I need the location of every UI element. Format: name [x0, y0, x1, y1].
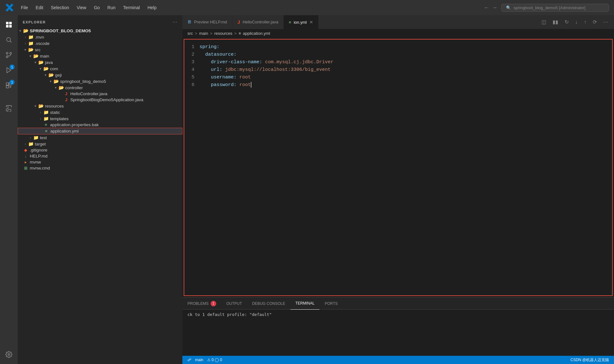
- panel-tab-terminal[interactable]: TERMINAL: [290, 298, 320, 310]
- menu-help[interactable]: Help: [144, 4, 160, 11]
- tree-label-target: target: [35, 142, 182, 146]
- tree-item-HELP_md[interactable]: ↓HELP.md: [18, 153, 182, 159]
- tab-more-icon[interactable]: ⋯: [601, 18, 610, 26]
- tree-item-src[interactable]: ▾📂src: [18, 46, 182, 53]
- panel-tab-problems[interactable]: PROBLEMS 1: [182, 298, 221, 310]
- breadcrumb: src > main > resources > ≡ application.y…: [182, 29, 614, 38]
- breadcrumb-main[interactable]: main: [199, 31, 208, 36]
- tab-down-icon[interactable]: ↓: [573, 19, 579, 26]
- tree-item-test[interactable]: ›📁test: [18, 134, 182, 141]
- code-line-1: 1spring:: [184, 43, 612, 51]
- tree-item-mvnw_cmd[interactable]: ⊞mvnw.cmd: [18, 165, 182, 171]
- panel-tab-ports[interactable]: PORTS: [320, 298, 343, 310]
- tree-item-target[interactable]: ›📁target: [18, 141, 182, 147]
- tree-arrow-static: ›: [38, 110, 43, 114]
- breadcrumb-resources[interactable]: resources: [214, 31, 232, 36]
- tab-up-icon[interactable]: ↑: [582, 19, 588, 26]
- activity-extensions[interactable]: 1: [2, 78, 16, 92]
- debug-console-label: DEBUG CONSOLE: [252, 301, 285, 306]
- tab-pause-icon[interactable]: ▮▮: [551, 18, 560, 26]
- error-count: ⚠ 0 ◯ 0: [207, 358, 222, 362]
- sidebar-title: EXPLORER: [23, 20, 46, 24]
- sidebar-more-actions[interactable]: ⋯: [172, 19, 177, 25]
- tree-arrow-target: ›: [23, 142, 28, 146]
- tree-label-HELP_md: HELP.md: [30, 154, 182, 158]
- tree-item-geji[interactable]: ▾📂geji: [18, 72, 182, 78]
- tree-item-templates[interactable]: ›📁templates: [18, 115, 182, 122]
- code-line-2: 2 datasource:: [184, 51, 612, 59]
- back-icon[interactable]: ←: [484, 4, 489, 11]
- tree-item-vscode[interactable]: ›📁.vscode: [18, 40, 182, 46]
- activity-source-control[interactable]: [2, 48, 16, 62]
- tree-item-application_yml[interactable]: ≡application.yml: [18, 128, 182, 134]
- line-number-1: 1: [184, 43, 199, 51]
- menu-file[interactable]: File: [18, 4, 31, 11]
- run-debug-badge: 1: [9, 65, 15, 70]
- breadcrumb-sep1: >: [195, 31, 197, 36]
- activity-settings[interactable]: [2, 348, 16, 361]
- tree-item-springboot_blog_demo5_pkg[interactable]: ▾📂springboot_blog_demo5: [18, 78, 182, 84]
- tree-arrow-geji: ▾: [43, 73, 48, 77]
- tree-item-controller[interactable]: ▾📂controller: [18, 84, 182, 91]
- ports-label: PORTS: [325, 301, 338, 306]
- tree-item-com[interactable]: ▾📂com: [18, 65, 182, 72]
- tab-close-icon[interactable]: ✕: [309, 20, 313, 25]
- code-line-3: 3 driver-class-name: com.mysql.cj.jdbc.D…: [184, 59, 612, 66]
- menu-selection[interactable]: Selection: [48, 4, 73, 11]
- menu-go[interactable]: Go: [91, 4, 103, 11]
- activity-explorer[interactable]: [2, 18, 16, 32]
- tab-hello-controller-label: HelloController.java: [243, 20, 278, 24]
- tab-split-icon[interactable]: ◫: [540, 18, 548, 26]
- line-number-5: 5: [184, 74, 199, 81]
- tab-reload-icon[interactable]: ⟳: [591, 18, 599, 26]
- tree-item-mvn[interactable]: ›📁.mvn: [18, 34, 182, 40]
- tree-arrow-templates: ›: [38, 117, 43, 120]
- status-left: ☍ main ⚠ 0 ◯ 0: [187, 358, 222, 362]
- menu-view[interactable]: View: [73, 4, 89, 11]
- tree-item-mvnw[interactable]: ▸mvnw: [18, 159, 182, 165]
- tree-icon-springboot_blog_demo5_pkg: 📂: [53, 79, 59, 84]
- panel-tab-debug-console[interactable]: DEBUG CONSOLE: [247, 298, 290, 310]
- svg-rect-12: [6, 86, 9, 88]
- tree-arrow-main: ▾: [28, 54, 33, 58]
- tab-hello-controller[interactable]: J HelloController.java: [232, 15, 284, 29]
- activity-test[interactable]: [2, 101, 16, 115]
- line-content-6: password: root: [199, 81, 612, 89]
- tree-item-gitignore[interactable]: ◆.gitignore: [18, 147, 182, 153]
- forward-icon[interactable]: →: [492, 4, 497, 11]
- tab-preview-help[interactable]: 🖹 Preview HELP.md: [182, 15, 232, 29]
- menu-bar: File Edit Selection View Go Run Terminal…: [18, 4, 480, 11]
- tree-icon-test: 📁: [33, 135, 39, 140]
- terminal-label: TERMINAL: [295, 301, 315, 305]
- tree-icon-mvnw_cmd: ⊞: [23, 166, 28, 170]
- tree-arrow-springboot_blog_demo5_pkg: ▾: [48, 79, 53, 83]
- menu-terminal[interactable]: Terminal: [120, 4, 143, 11]
- tree-item-static[interactable]: ›📁static: [18, 109, 182, 115]
- tree-item-main[interactable]: ▾📂main: [18, 53, 182, 59]
- activity-run-debug[interactable]: 1: [2, 63, 16, 77]
- tree-item-HelloController[interactable]: JHelloController.java: [18, 91, 182, 97]
- tree-item-java[interactable]: ▾📂java: [18, 59, 182, 65]
- tab-refresh-icon[interactable]: ↻: [563, 18, 571, 26]
- activity-search[interactable]: [2, 33, 16, 47]
- code-line-4: 4 url: jdbc:mysql://localhost:3306/big_e…: [184, 66, 612, 74]
- tree-item-application_properties_bak[interactable]: ≡application.properties.bak: [18, 122, 182, 128]
- tree-item-springboot_blog_demo5[interactable]: ▾📂SPRINGBOOT_BLOG_DEMO5: [18, 28, 182, 34]
- global-search-bar[interactable]: 🔍 springboot_blog_demo5 [Administrator]: [501, 4, 609, 12]
- svg-point-6: [6, 52, 8, 54]
- panel: PROBLEMS 1 OUTPUT DEBUG CONSOLE TERMINAL…: [182, 297, 614, 356]
- terminal-content[interactable]: ck to 1 default profile: "default": [182, 310, 614, 356]
- menu-run[interactable]: Run: [104, 4, 119, 11]
- tree-label-templates: templates: [50, 116, 182, 121]
- panel-tab-output[interactable]: OUTPUT: [221, 298, 247, 310]
- tree-item-resources[interactable]: ▾📂resources: [18, 103, 182, 109]
- breadcrumb-src[interactable]: src: [187, 31, 193, 36]
- tree-arrow-vscode: ›: [23, 41, 28, 45]
- tree-item-SpringbootBlogDemo5Application[interactable]: JSpringbootBlogDemo5Application.java: [18, 97, 182, 103]
- svg-rect-3: [9, 25, 12, 28]
- menu-edit[interactable]: Edit: [33, 4, 47, 11]
- breadcrumb-filename[interactable]: application.yml: [243, 31, 270, 36]
- line-number-2: 2: [184, 51, 199, 59]
- code-editor[interactable]: 1spring:2 datasource:3 driver-class-name…: [184, 39, 613, 296]
- tab-application-yml[interactable]: ≡ ion.yml ✕: [284, 15, 319, 29]
